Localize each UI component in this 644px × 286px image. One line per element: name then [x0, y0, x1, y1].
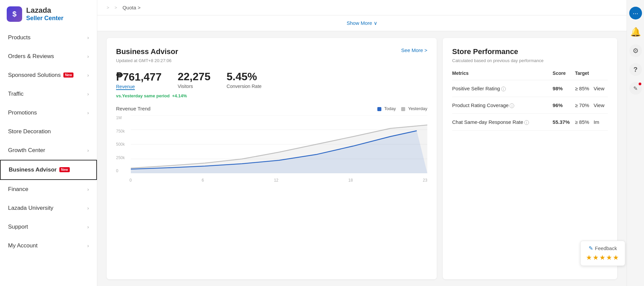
sidebar-item-my-account[interactable]: My Account› — [0, 236, 97, 255]
sidebar-item-support[interactable]: Support› — [0, 218, 97, 236]
sidebar-item-lazada-university[interactable]: Lazada University› — [0, 199, 97, 218]
chat-bubble-icon[interactable]: ··· — [629, 7, 642, 19]
chart-x-labels: 0 6 12 18 23 — [129, 178, 427, 183]
revenue-metric: ₱761,477 Revenue — [116, 70, 162, 90]
chevron-icon-growth-center: › — [87, 148, 89, 153]
chevron-icon-lazada-university: › — [87, 205, 89, 211]
show-more-bar[interactable]: Show More ∨ — [97, 15, 627, 31]
business-advisor-card: Business Advisor See More > Updated at G… — [107, 38, 437, 279]
see-more-link[interactable]: See More > — [401, 47, 427, 53]
sidebar-item-label-support: Support — [8, 224, 28, 230]
sidebar-item-label-lazada-university: Lazada University — [8, 205, 53, 211]
chart-legend: Today Yesterday — [377, 106, 427, 111]
perf-score-1: 96% — [553, 97, 575, 114]
content-area: Business Advisor See More > Updated at G… — [97, 31, 627, 286]
chevron-icon-promotions: › — [87, 110, 89, 115]
yesterday-dot — [401, 107, 405, 111]
visitors-value: 22,275 — [178, 70, 211, 83]
feedback-label: Feedback — [595, 245, 617, 251]
today-dot — [377, 107, 381, 111]
business-advisor-title: Business Advisor — [116, 47, 178, 56]
visitors-metric: 22,275 Visitors — [178, 70, 211, 90]
new-badge-business-advisor: New — [59, 167, 70, 172]
sidebar-item-label-orders-reviews: Orders & Reviews — [8, 53, 54, 60]
conversion-value: 5.45% — [227, 70, 262, 83]
sidebar-item-label-traffic: Traffic — [8, 91, 23, 97]
chevron-icon-my-account: › — [87, 243, 89, 248]
chevron-icon-finance: › — [87, 187, 89, 192]
sidebar-item-growth-center[interactable]: Growth Center› — [0, 141, 97, 160]
chevron-icon-traffic: › — [87, 91, 89, 97]
help-icon[interactable]: ? — [629, 63, 642, 76]
sidebar-item-finance[interactable]: Finance› — [0, 180, 97, 199]
revenue-value: ₱761,477 — [116, 70, 162, 83]
card-header: Business Advisor See More > — [116, 47, 427, 56]
chevron-icon-products: › — [87, 35, 89, 40]
store-performance-title: Store Performance — [452, 47, 608, 56]
sidebar: $ Lazada Seller Center Products›Orders &… — [0, 0, 97, 286]
perf-action-1[interactable]: View — [594, 97, 608, 114]
legend-yesterday: Yesterday — [401, 106, 427, 111]
sidebar-item-label-growth-center: Growth Center — [8, 147, 45, 154]
perf-metric-0: Positive Seller Ratingi — [452, 80, 553, 97]
sidebar-item-label-store-decoration: Store Decoration — [8, 128, 51, 135]
top-bar: > > Quota > — [97, 0, 627, 15]
info-icon-0[interactable]: i — [501, 87, 506, 91]
sidebar-item-business-advisor[interactable]: Business AdvisorNew — [0, 160, 97, 180]
vs-yesterday: vs.Yesterday same period +4.14% — [116, 93, 427, 98]
info-icon-1[interactable]: i — [509, 103, 514, 108]
sidebar-item-promotions[interactable]: Promotions› — [0, 103, 97, 122]
chart-header: Revenue Trend Today Yesterday — [116, 106, 427, 111]
metrics-row: ₱761,477 Revenue 22,275 Visitors 5.45% C… — [116, 70, 427, 90]
perf-action-0[interactable]: View — [594, 80, 608, 97]
gear-icon[interactable]: ⚙ — [629, 44, 642, 57]
sidebar-item-products[interactable]: Products› — [0, 28, 97, 47]
info-icon-2[interactable]: i — [524, 120, 529, 125]
logo-lazada: Lazada — [26, 6, 63, 15]
perf-score-0: 98% — [553, 80, 575, 97]
sidebar-item-sponsored-solutions[interactable]: Sponsored SolutionsNew› — [0, 66, 97, 85]
quota-link[interactable]: Quota > — [122, 5, 141, 10]
perf-target-2: ≥ 85% — [575, 114, 594, 131]
logo-seller-center: Seller Center — [26, 15, 63, 22]
sidebar-item-label-products: Products — [8, 34, 31, 41]
show-more-text: Show More ∨ — [346, 20, 377, 26]
sidebar-item-label-sponsored-solutions: Sponsored Solutions — [8, 72, 61, 79]
logo-text: Lazada Seller Center — [26, 6, 63, 22]
col-score: Score — [553, 70, 575, 80]
bell-icon[interactable]: 🔔 — [629, 26, 642, 38]
edit-icon[interactable]: ✎ — [629, 82, 642, 95]
chevron-icon-support: › — [87, 224, 89, 230]
visitors-label: Visitors — [178, 84, 211, 89]
chart-title: Revenue Trend — [116, 106, 151, 111]
feedback-widget[interactable]: ✎ Feedback ★★★★★ — [580, 241, 625, 266]
perf-score-2: 55.37% — [553, 114, 575, 131]
perf-metric-2: Chat Same-day Response Ratei — [452, 114, 553, 131]
perf-target-1: ≥ 70% — [575, 97, 594, 114]
sidebar-item-label-business-advisor: Business Advisor — [9, 166, 57, 173]
sidebar-item-label-finance: Finance — [8, 186, 28, 193]
sidebar-nav: Products›Orders & Reviews›Sponsored Solu… — [0, 28, 97, 286]
col-target: Target — [575, 70, 594, 80]
conversion-label: Conversion Rate — [227, 84, 262, 89]
updated-text: Updated at GMT+8 20:27:06 — [116, 58, 427, 63]
sidebar-item-traffic[interactable]: Traffic› — [0, 85, 97, 103]
perf-row-1: Product Rating Coveragei96%≥ 70%View — [452, 97, 608, 114]
top-bar-links: > > Quota > — [107, 5, 141, 10]
legend-today: Today — [377, 106, 396, 111]
feedback-stars[interactable]: ★★★★★ — [586, 253, 620, 261]
perf-row-0: Positive Seller Ratingi98%≥ 85%View — [452, 80, 608, 97]
chevron-icon-sponsored-solutions: › — [87, 73, 89, 78]
sidebar-item-store-decoration[interactable]: Store Decoration — [0, 122, 97, 141]
revenue-label[interactable]: Revenue — [116, 84, 135, 90]
perf-action-2[interactable]: Im — [594, 114, 608, 131]
conversion-metric: 5.45% Conversion Rate — [227, 70, 262, 90]
chart-svg — [131, 115, 427, 173]
perf-table: Metrics Score Target Positive Seller Rat… — [452, 70, 608, 131]
perf-metric-1: Product Rating Coveragei — [452, 97, 553, 114]
revenue-chart: 1M 750k 500k 250k 0 — [116, 115, 427, 183]
logo: $ Lazada Seller Center — [0, 0, 97, 28]
logo-icon: $ — [7, 6, 22, 22]
sidebar-item-orders-reviews[interactable]: Orders & Reviews› — [0, 47, 97, 66]
sidebar-item-label-promotions: Promotions — [8, 109, 37, 116]
